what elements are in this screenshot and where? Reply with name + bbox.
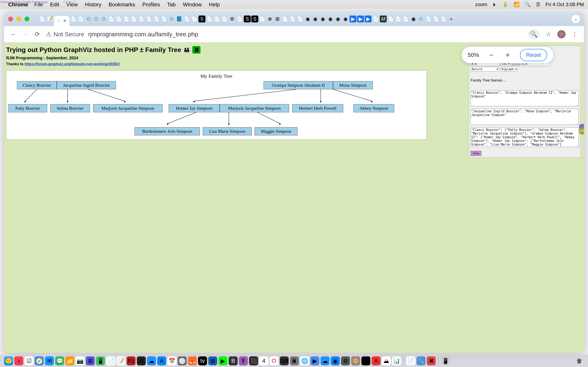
tab-icon[interactable]: 📄: [138, 16, 145, 22]
maximize-window-button[interactable]: [25, 17, 29, 21]
tab-icon[interactable]: S: [199, 16, 205, 22]
menu-bookmarks[interactable]: Bookmarks: [109, 1, 135, 8]
dock-icon[interactable]: ◉: [331, 356, 340, 365]
wifi-icon[interactable]: 📶: [513, 2, 520, 7]
tab-icon[interactable]: 📄: [214, 16, 221, 22]
dock-icon[interactable]: ☁: [147, 356, 156, 365]
dock-icon[interactable]: 📁: [65, 356, 74, 365]
zoom-reset-button[interactable]: Reset: [520, 49, 547, 61]
tab-icon[interactable]: 📄: [70, 16, 77, 22]
reminders-icon[interactable]: ☑: [25, 356, 34, 365]
tab-icon[interactable]: ▶: [350, 16, 356, 22]
tab-icon[interactable]: ⚙: [229, 16, 236, 22]
tab-icon[interactable]: 📝: [46, 16, 53, 22]
dock-icon[interactable]: ⚙: [137, 356, 146, 365]
dock-icon[interactable]: Fz: [127, 356, 136, 365]
dock-icon[interactable]: 📱: [96, 356, 105, 365]
menu-profiles[interactable]: Profiles: [142, 1, 160, 8]
kebab-menu-icon[interactable]: ⋮: [572, 31, 578, 38]
dock-icon[interactable]: 🔧: [416, 356, 425, 365]
battery-icon[interactable]: 🔋: [502, 2, 508, 7]
tab-icon[interactable]: G: [417, 16, 424, 22]
dock-icon[interactable]: 📄: [406, 356, 415, 365]
dock-icon[interactable]: ✖: [427, 356, 436, 365]
tab-icon[interactable]: 📄: [123, 16, 130, 22]
trash-icon[interactable]: 🗑: [575, 356, 584, 365]
zoom-in-button[interactable]: +: [504, 51, 512, 59]
tab-icon[interactable]: ▶: [357, 16, 364, 22]
zoom-out-button[interactable]: −: [487, 51, 495, 59]
music-icon[interactable]: ♪: [14, 356, 23, 365]
draw-button[interactable]: Draw: [471, 151, 481, 156]
tab-icon[interactable]: 📄: [297, 16, 303, 22]
search-icon[interactable]: 🔍: [525, 2, 531, 7]
bookmark-star-icon[interactable]: ☆: [546, 31, 551, 38]
dock-icon[interactable]: 🎨: [351, 356, 360, 365]
dock-icon[interactable]: ⊞: [208, 356, 217, 365]
tab-list-chevron[interactable]: ⌄: [572, 15, 580, 23]
dock-icon[interactable]: 📝: [116, 356, 125, 365]
mail-icon[interactable]: ✉: [45, 356, 54, 365]
active-tab[interactable]: 📄 ✕: [54, 16, 69, 26]
menu-history[interactable]: History: [85, 1, 102, 8]
dock-icon[interactable]: ⌨: [280, 356, 289, 365]
tab-icon[interactable]: 📄: [433, 16, 440, 22]
tab-icon[interactable]: 📄: [236, 16, 243, 22]
tab-icon[interactable]: G: [100, 16, 107, 22]
dock-icon[interactable]: 📱: [441, 356, 450, 365]
select-shape[interactable]: Record: [471, 67, 499, 71]
tab-icon[interactable]: ◉: [342, 16, 349, 22]
clock[interactable]: Fri 4 Oct 3:08 PM: [545, 2, 584, 7]
textarea-mothers[interactable]: "Jacqueline Ingrid Bouvier", "Mona Simps…: [471, 109, 579, 125]
dock-icon[interactable]: ▶: [218, 356, 227, 365]
tab-icon[interactable]: 📄: [108, 16, 115, 22]
tab-icon[interactable]: 📄: [206, 16, 213, 22]
tab-icon[interactable]: ▶: [365, 16, 372, 22]
tab-icon[interactable]: 📄: [395, 16, 402, 22]
tab-icon[interactable]: 📄: [78, 16, 85, 22]
tab-icon[interactable]: 📘: [176, 16, 183, 22]
tab-icon[interactable]: ◉: [312, 16, 319, 22]
dock-icon[interactable]: 4: [259, 356, 268, 365]
dock-icon[interactable]: ⊞: [86, 356, 95, 365]
tab-icon[interactable]: 📄: [130, 16, 138, 22]
profile-avatar[interactable]: [557, 30, 566, 38]
dock-icon[interactable]: 🖩: [290, 356, 299, 365]
dock-icon[interactable]: B: [229, 356, 238, 365]
tab-icon[interactable]: ◉: [304, 16, 311, 22]
tab-icon[interactable]: 📄: [161, 16, 168, 22]
tab-icon[interactable]: 📄: [153, 16, 160, 22]
firefox-icon[interactable]: 🦊: [188, 356, 197, 365]
tab-icon[interactable]: 📄: [289, 16, 296, 22]
menu-window[interactable]: Window: [183, 1, 201, 8]
tab-icon[interactable]: 📄: [115, 16, 122, 22]
tab-icon[interactable]: 📄: [282, 16, 288, 22]
tab-icon[interactable]: G: [168, 16, 175, 22]
tab-icon[interactable]: S: [251, 16, 258, 22]
tab-icon[interactable]: 📄: [387, 16, 394, 22]
dock-icon[interactable]: tv: [198, 356, 207, 365]
tab-icon[interactable]: 📄: [39, 16, 46, 22]
menu-help[interactable]: Help: [209, 1, 220, 8]
dock-icon[interactable]: 📄: [106, 356, 115, 365]
select-graphtype[interactable]: Digraph: [501, 67, 518, 71]
dock-icon[interactable]: 📅: [167, 356, 176, 365]
tab-icon[interactable]: 📄: [183, 16, 190, 22]
minimize-window-button[interactable]: [16, 17, 21, 21]
tab-icon[interactable]: 📄: [425, 16, 432, 22]
tab-icon[interactable]: 📄: [259, 16, 266, 22]
zoom-indicator-icon[interactable]: 🔍: [528, 29, 540, 39]
tab-icon[interactable]: ◉: [410, 16, 417, 22]
textarea-children[interactable]: "Clancy Bouvier": ["Patty Bouvier", "Sel…: [471, 127, 579, 147]
tab-icon[interactable]: G: [93, 16, 100, 22]
podcasts-icon[interactable]: 🎙: [239, 356, 248, 365]
dock-icon[interactable]: ⬛: [249, 356, 258, 365]
dock-icon[interactable]: ☁: [320, 356, 329, 365]
play-icon[interactable]: ⏵: [492, 2, 497, 7]
dock-icon[interactable]: 💬: [55, 356, 64, 365]
tab-icon[interactable]: M: [380, 16, 387, 22]
zoom-label[interactable]: zoom: [475, 2, 487, 7]
tab-icon[interactable]: 📄: [191, 16, 198, 22]
tab-icon[interactable]: ⊞: [274, 16, 281, 22]
reload-button[interactable]: ⟳: [35, 31, 40, 38]
